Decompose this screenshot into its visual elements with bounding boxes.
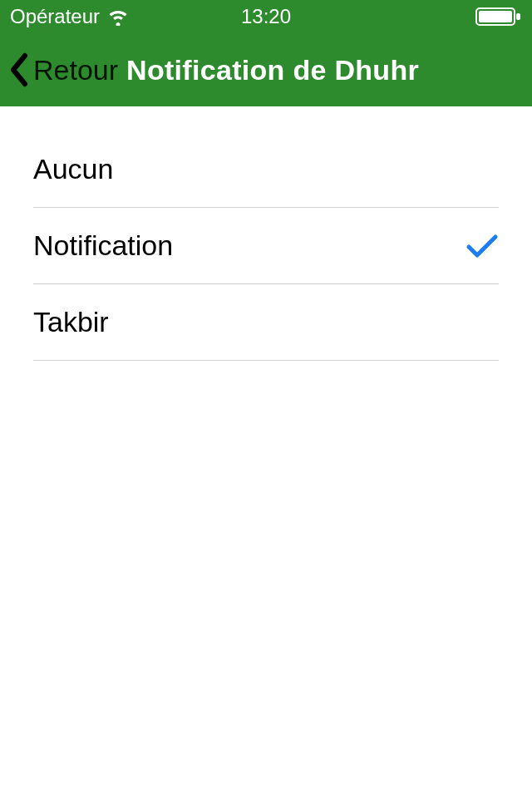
svg-rect-1 [479, 11, 512, 22]
status-right [475, 7, 522, 27]
status-left: Opérateur [10, 5, 130, 28]
status-time: 13:20 [241, 5, 291, 28]
battery-icon [475, 7, 522, 27]
chevron-left-icon [8, 52, 30, 87]
back-label: Retour [33, 54, 118, 86]
option-label: Aucun [33, 153, 113, 185]
status-bar: Opérateur 13:20 [0, 0, 532, 33]
back-button[interactable]: Retour [8, 52, 118, 87]
option-takbir[interactable]: Takbir [33, 284, 499, 361]
option-label: Notification [33, 229, 173, 262]
option-notification[interactable]: Notification [33, 208, 499, 284]
checkmark-icon [466, 232, 499, 260]
page-title: Notification de Dhuhr [126, 54, 419, 86]
carrier-label: Opérateur [10, 5, 100, 28]
option-label: Takbir [33, 306, 109, 338]
svg-rect-2 [516, 13, 520, 20]
option-aucun[interactable]: Aucun [33, 131, 499, 208]
options-list: Aucun Notification Takbir [0, 106, 532, 361]
wifi-icon [106, 7, 130, 26]
nav-bar: Retour Notification de Dhuhr [0, 33, 532, 106]
